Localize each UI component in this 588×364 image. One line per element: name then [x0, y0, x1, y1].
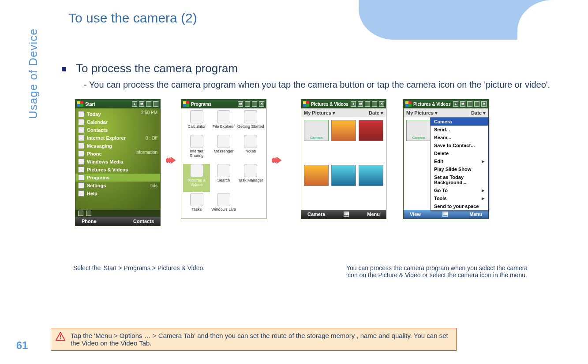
ctx-item-today-bg[interactable]: Set as Today Background... [431, 173, 488, 186]
thumb-camera[interactable]: Camera [406, 120, 431, 141]
titlebar-label: Pictures & Videos [311, 102, 348, 107]
folder-dropdown[interactable]: My Pictures ▾ [304, 110, 335, 116]
phone-icon [78, 151, 84, 157]
header-swoosh [359, 0, 588, 40]
file-explorer-icon [217, 110, 230, 123]
softkey-left[interactable]: Phone [82, 219, 97, 224]
screenshot-pictures-videos: Pictures & Videos 1 ⇄ ✕ My Pictures ▾ Da… [301, 99, 386, 219]
menu-item-contacts[interactable]: Contacts [75, 126, 160, 134]
caption-left: Select the 'Start > Programs > Pictures … [73, 264, 205, 271]
menu-item-wmedia[interactable]: Windows Media [75, 158, 160, 166]
getting-started-icon [244, 110, 257, 123]
softkey-bar: View ⌨ Menu [404, 210, 488, 219]
close-icon[interactable]: ✕ [379, 101, 384, 107]
softkey-left[interactable]: Camera [307, 212, 325, 217]
ctx-item-beam[interactable]: Beam... [431, 134, 488, 141]
program-messenger[interactable]: Messenger [210, 135, 237, 163]
program-search[interactable]: Search [210, 164, 237, 192]
context-menu: Camera Send... Beam... Save to Contact..… [430, 117, 488, 211]
thumb-image[interactable] [359, 120, 383, 141]
program-label: Getting Started [237, 124, 264, 129]
ctx-item-edit[interactable]: Edit▶ [431, 157, 488, 165]
program-task-manager[interactable]: Task Manager [237, 164, 264, 192]
help-icon [78, 190, 84, 197]
menu-item-messaging[interactable]: Messaging [75, 142, 160, 150]
ctx-item-send-space[interactable]: Send to your space [431, 202, 488, 210]
ctx-item-save-contact[interactable]: Save to Contact... [431, 141, 488, 149]
ctx-item-send[interactable]: Send... [431, 126, 488, 134]
sort-dropdown[interactable]: Date ▾ [369, 110, 383, 116]
windows-flag-icon [183, 101, 189, 107]
softkey-left[interactable]: View [410, 212, 421, 217]
program-file-explorer[interactable]: File Explorer [210, 110, 237, 134]
program-notes[interactable]: Notes [237, 135, 264, 163]
program-internet-sharing[interactable]: Internet Sharing [183, 135, 210, 163]
page-number: 61 [9, 339, 35, 352]
close-icon[interactable]: ✕ [481, 101, 487, 107]
program-windows-live[interactable]: Windows Live [210, 193, 237, 217]
keyboard-icon[interactable]: ⌨ [442, 212, 448, 217]
ctx-item-slideshow[interactable]: Play Slide Show [431, 165, 488, 173]
close-icon[interactable]: ✕ [259, 101, 264, 107]
menu-item-calendar[interactable]: Calendar [75, 118, 160, 126]
bullet-dot-icon [62, 67, 66, 71]
titlebar-label: Pictures & Videos [413, 102, 451, 107]
thumb-image[interactable] [331, 120, 356, 141]
ctx-item-tools[interactable]: Tools▶ [431, 194, 488, 202]
folder-toolbar: My Pictures ▾ Date ▾ [301, 108, 386, 117]
folder-dropdown[interactable]: My Pictures ▾ [406, 110, 438, 116]
windows-flag-icon [405, 101, 412, 107]
today-icon [78, 111, 84, 117]
contacts-icon [78, 127, 84, 133]
thumb-image[interactable] [304, 165, 329, 186]
program-label: Messenger [214, 149, 234, 153]
program-getting-started[interactable]: Getting Started [237, 110, 264, 134]
tip-text: Tap the 'Menu > Options … > Camera Tab' … [71, 332, 448, 347]
bullet-subtext: - You can process the camera program whe… [84, 78, 588, 91]
bullet-heading: To process the camera program [76, 62, 238, 75]
signal-icon [245, 101, 250, 107]
menu-item-help[interactable]: Help [75, 189, 160, 197]
sim-indicator-icon: 1 [351, 101, 356, 107]
menu-label: Contacts [87, 127, 108, 133]
program-label: Windows Live [211, 207, 236, 212]
titlebar: Programs ⇄ ✕ [181, 100, 266, 108]
svg-point-1 [60, 338, 61, 339]
keyboard-icon[interactable]: ⌨ [344, 212, 349, 217]
softkey-right[interactable]: Contacts [133, 219, 154, 224]
notes-icon [244, 135, 257, 148]
softkey-right[interactable]: Menu [469, 212, 482, 217]
calculator-icon [190, 110, 203, 123]
softkey-bar: Phone Contacts [75, 217, 160, 226]
menu-item-settings[interactable]: Settings [75, 182, 160, 189]
softkey-bar: Camera ⌨ Menu [301, 210, 386, 219]
windows-live-icon [217, 193, 230, 206]
sort-dropdown[interactable]: Date ▾ [471, 110, 486, 116]
menu-label: Internet Explorer [87, 135, 126, 141]
menu-item-pictures[interactable]: Pictures & Videos [75, 166, 160, 174]
program-label: Search [217, 178, 230, 182]
ctx-item-delete[interactable]: Delete [431, 149, 488, 157]
pictures-icon [78, 167, 84, 173]
program-label: Tasks [191, 207, 202, 212]
titlebar-label: Programs [191, 102, 212, 107]
menu-label: Windows Media [87, 159, 123, 164]
ctx-item-goto[interactable]: Go To▶ [431, 186, 488, 194]
thumb-image[interactable] [359, 165, 383, 186]
menu-label: Calendar [87, 119, 108, 125]
menu-label: Programs [87, 175, 109, 180]
thumbnails-grid: Camera [301, 117, 386, 210]
program-calculator[interactable]: Calculator [183, 110, 210, 134]
program-tasks[interactable]: Tasks [183, 193, 210, 217]
program-pictures-videos[interactable]: Pictures & Videos [183, 164, 210, 192]
thumb-camera[interactable]: Camera [304, 120, 329, 141]
ctx-item-camera[interactable]: Camera [431, 118, 488, 126]
program-label: Internet Sharing [183, 149, 210, 158]
svg-rect-0 [60, 334, 61, 337]
menu-item-programs[interactable]: Programs [75, 174, 160, 182]
thumb-image[interactable] [331, 165, 356, 186]
softkey-right[interactable]: Menu [367, 212, 380, 217]
screenshot-programs: Programs ⇄ ✕ Calculator File Explorer Ge… [181, 99, 266, 219]
bullet-row: To process the camera program [62, 62, 588, 75]
clock-text: 2:50 PM [141, 110, 157, 115]
